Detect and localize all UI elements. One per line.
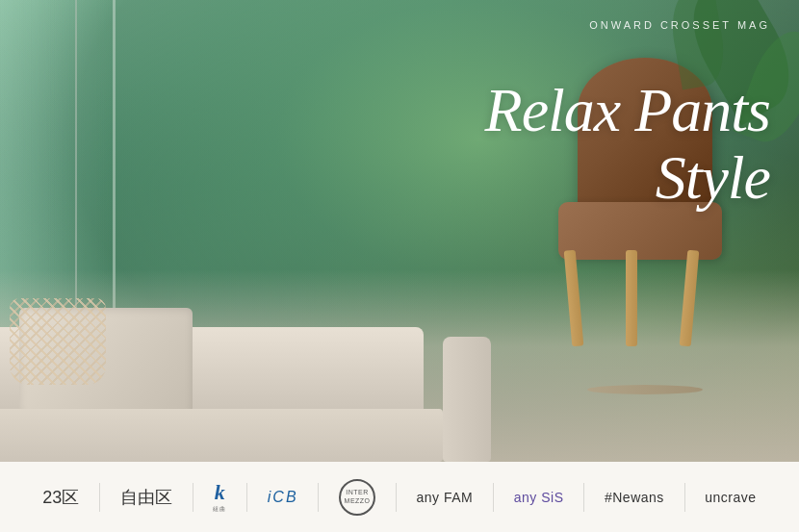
brand-23ku[interactable]: 23区 <box>35 486 87 509</box>
brand-jiyuku[interactable]: 自由区 <box>113 486 180 509</box>
divider <box>99 483 100 512</box>
divider <box>318 483 319 512</box>
brand-circle[interactable]: INTERMEZZO <box>331 479 383 516</box>
brand-circle-text: INTERMEZZO <box>345 489 371 505</box>
divider <box>493 483 494 512</box>
brand-circle-logo: INTERMEZZO <box>339 479 375 516</box>
brand-icb[interactable]: iCB <box>260 489 306 506</box>
headline-line2: Style <box>485 144 770 212</box>
brand-k[interactable]: k 組曲 <box>205 480 234 514</box>
side-table <box>587 385 703 443</box>
k-logo: k 組曲 <box>213 480 226 514</box>
headline-line1: Relax Pants <box>485 77 770 144</box>
brand-uncrave[interactable]: uncrave <box>697 490 763 505</box>
headline: Relax Pants Style <box>485 77 770 213</box>
divider <box>246 483 247 512</box>
brand-newans[interactable]: #Newans <box>597 490 672 505</box>
brand-icb-label: iCB <box>268 489 298 506</box>
brand-anysis-label: any SiS <box>514 490 564 505</box>
table-top <box>587 385 703 394</box>
sofa-seat <box>0 409 443 462</box>
divider <box>396 483 397 512</box>
headline-text: Relax Pants Style <box>485 77 770 213</box>
brand-anyfam-label: any FAM <box>417 490 474 505</box>
divider <box>684 483 685 512</box>
brand-23ku-label: 23区 <box>42 486 79 509</box>
chair-leg <box>626 250 637 346</box>
sofa-arm <box>443 337 491 462</box>
mag-label: ONWARD CROSSET MAG <box>589 19 770 31</box>
brand-jiyuku-label: 自由区 <box>120 486 172 509</box>
brand-uncrave-label: uncrave <box>705 490 756 505</box>
hero-image: ONWARD CROSSET MAG Relax Pants Style <box>0 0 799 462</box>
bag <box>10 298 106 385</box>
brand-anysis[interactable]: any SiS <box>506 490 572 505</box>
divider <box>193 483 193 512</box>
k-subtitle: 組曲 <box>213 505 226 514</box>
divider <box>583 483 584 512</box>
k-letter: k <box>215 480 225 505</box>
page-container: ONWARD CROSSET MAG Relax Pants Style 23区… <box>0 0 799 532</box>
brand-anyfam[interactable]: any FAM <box>409 490 481 505</box>
brand-newans-label: #Newans <box>605 490 664 505</box>
brand-bar: 23区 自由区 k 組曲 iCB INTERMEZZO any FAM <box>0 462 799 532</box>
